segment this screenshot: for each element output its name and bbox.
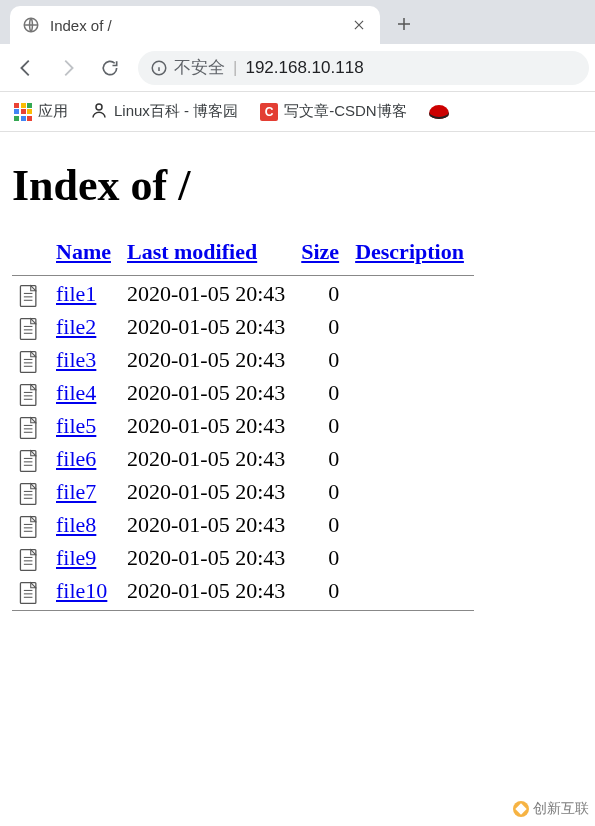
file-modified: 2020-01-05 20:43 xyxy=(121,443,295,476)
bookmark-redhat[interactable] xyxy=(425,101,453,123)
col-name[interactable]: Name xyxy=(56,239,111,264)
file-link[interactable]: file1 xyxy=(56,281,96,306)
bookmark-apps-label: 应用 xyxy=(38,102,68,121)
col-description[interactable]: Description xyxy=(355,239,464,264)
file-link[interactable]: file10 xyxy=(56,578,107,603)
table-header-row: Name Last modified Size Description xyxy=(12,235,474,273)
file-description xyxy=(349,311,474,344)
file-size: 0 xyxy=(295,542,349,575)
insecure-label: 不安全 xyxy=(174,56,225,79)
col-size[interactable]: Size xyxy=(301,239,339,264)
table-row: file10 2020-01-05 20:43 0 xyxy=(12,575,474,608)
bookmark-linux[interactable]: Linux百科 - 博客园 xyxy=(86,97,242,126)
table-row: file5 2020-01-05 20:43 0 xyxy=(12,410,474,443)
file-size: 0 xyxy=(295,476,349,509)
bookmark-csdn[interactable]: C 写文章-CSDN博客 xyxy=(256,98,411,125)
table-row: file8 2020-01-05 20:43 0 xyxy=(12,509,474,542)
file-icon xyxy=(18,383,40,407)
file-size: 0 xyxy=(295,278,349,311)
new-tab-button[interactable] xyxy=(388,8,420,40)
back-button[interactable] xyxy=(6,48,46,88)
file-size: 0 xyxy=(295,311,349,344)
file-icon xyxy=(18,449,40,473)
bookmarks-bar: 应用 Linux百科 - 博客园 C 写文章-CSDN博客 xyxy=(0,92,595,132)
file-size: 0 xyxy=(295,509,349,542)
watermark: 创新互联 xyxy=(513,800,589,818)
globe-icon xyxy=(22,16,40,34)
file-icon xyxy=(18,482,40,506)
tab-active[interactable]: Index of / xyxy=(10,6,380,44)
file-size: 0 xyxy=(295,344,349,377)
file-icon xyxy=(18,317,40,341)
file-modified: 2020-01-05 20:43 xyxy=(121,509,295,542)
table-row: file3 2020-01-05 20:43 0 xyxy=(12,344,474,377)
file-size: 0 xyxy=(295,575,349,608)
file-icon xyxy=(18,284,40,308)
table-row: file4 2020-01-05 20:43 0 xyxy=(12,377,474,410)
file-description xyxy=(349,575,474,608)
file-description xyxy=(349,476,474,509)
file-modified: 2020-01-05 20:43 xyxy=(121,476,295,509)
file-modified: 2020-01-05 20:43 xyxy=(121,542,295,575)
toolbar: 不安全 | 192.168.10.118 xyxy=(0,44,595,92)
file-modified: 2020-01-05 20:43 xyxy=(121,377,295,410)
file-listing-table: Name Last modified Size Description file… xyxy=(12,235,474,613)
person-icon xyxy=(90,101,108,122)
col-last-modified[interactable]: Last modified xyxy=(127,239,257,264)
file-modified: 2020-01-05 20:43 xyxy=(121,410,295,443)
watermark-text: 创新互联 xyxy=(533,800,589,818)
table-row: file2 2020-01-05 20:43 0 xyxy=(12,311,474,344)
file-modified: 2020-01-05 20:43 xyxy=(121,278,295,311)
file-description xyxy=(349,443,474,476)
close-icon[interactable] xyxy=(350,16,368,34)
file-icon xyxy=(18,515,40,539)
file-link[interactable]: file9 xyxy=(56,545,96,570)
file-link[interactable]: file3 xyxy=(56,347,96,372)
apps-icon xyxy=(14,103,32,121)
reload-button[interactable] xyxy=(90,48,130,88)
file-description xyxy=(349,377,474,410)
forward-button[interactable] xyxy=(48,48,88,88)
svg-point-2 xyxy=(96,104,102,110)
file-modified: 2020-01-05 20:43 xyxy=(121,311,295,344)
file-link[interactable]: file7 xyxy=(56,479,96,504)
file-modified: 2020-01-05 20:43 xyxy=(121,344,295,377)
file-description xyxy=(349,509,474,542)
file-modified: 2020-01-05 20:43 xyxy=(121,575,295,608)
table-row: file9 2020-01-05 20:43 0 xyxy=(12,542,474,575)
page-title: Index of / xyxy=(12,160,583,211)
info-icon xyxy=(150,59,168,77)
file-icon xyxy=(18,350,40,374)
file-description xyxy=(349,410,474,443)
file-link[interactable]: file6 xyxy=(56,446,96,471)
file-description xyxy=(349,542,474,575)
file-size: 0 xyxy=(295,410,349,443)
page-body: Index of / Name Last modified Size Descr… xyxy=(0,132,595,623)
file-link[interactable]: file8 xyxy=(56,512,96,537)
insecure-indicator[interactable]: 不安全 xyxy=(150,56,225,79)
address-bar[interactable]: 不安全 | 192.168.10.118 xyxy=(138,51,589,85)
redhat-icon xyxy=(429,105,449,119)
table-row: file7 2020-01-05 20:43 0 xyxy=(12,476,474,509)
file-link[interactable]: file4 xyxy=(56,380,96,405)
tab-title: Index of / xyxy=(50,17,340,34)
file-size: 0 xyxy=(295,377,349,410)
file-description xyxy=(349,278,474,311)
file-icon xyxy=(18,548,40,572)
bookmark-apps[interactable]: 应用 xyxy=(10,98,72,125)
bookmark-csdn-label: 写文章-CSDN博客 xyxy=(284,102,407,121)
file-link[interactable]: file2 xyxy=(56,314,96,339)
bookmark-linux-label: Linux百科 - 博客园 xyxy=(114,102,238,121)
file-size: 0 xyxy=(295,443,349,476)
url-text: 192.168.10.118 xyxy=(245,58,363,78)
file-link[interactable]: file5 xyxy=(56,413,96,438)
file-icon xyxy=(18,581,40,605)
address-separator: | xyxy=(233,58,237,78)
table-row: file6 2020-01-05 20:43 0 xyxy=(12,443,474,476)
watermark-icon xyxy=(513,801,529,817)
table-row: file1 2020-01-05 20:43 0 xyxy=(12,278,474,311)
tab-bar: Index of / xyxy=(0,0,595,44)
file-icon xyxy=(18,416,40,440)
csdn-icon: C xyxy=(260,103,278,121)
file-description xyxy=(349,344,474,377)
